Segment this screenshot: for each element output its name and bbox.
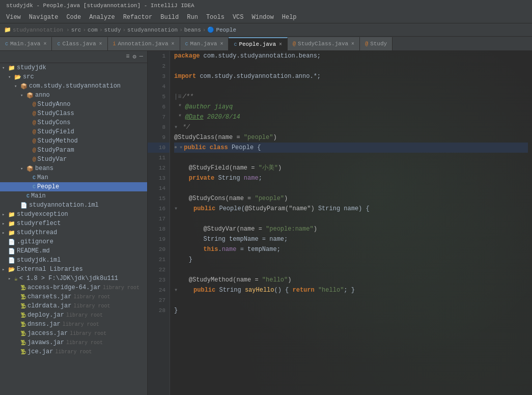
tree-src[interactable]: ▾ 📂 src: [0, 72, 147, 81]
jar-icon-access: 🗜: [20, 285, 26, 291]
fold-triangle-10[interactable]: ▾: [179, 143, 183, 153]
sidebar-icon-expand[interactable]: ≡: [126, 53, 129, 61]
tab-man-close[interactable]: ×: [220, 41, 223, 47]
tree-label-main: Main: [31, 192, 46, 200]
code-line-9[interactable]: @StudyClass(name = "people"): [174, 132, 528, 143]
tab-annotation-close[interactable]: ×: [172, 41, 175, 47]
tree-studyparam[interactable]: @ StudyParam: [0, 146, 147, 155]
code-line-5[interactable]: |≡ /**: [174, 92, 528, 102]
code-line-10[interactable]: ● ▾ public class People {: [174, 143, 528, 153]
tree-studyexception[interactable]: ▸ 📁 studyexception: [0, 210, 147, 219]
menu-window[interactable]: Window: [248, 13, 278, 22]
tree-iml[interactable]: 📄 studyannotation.iml: [0, 201, 147, 210]
tab-main-close[interactable]: ×: [43, 41, 46, 47]
tree-studyjdk-iml[interactable]: 📄 studyjdk.iml: [0, 256, 147, 265]
code-line-7[interactable]: * @Date 2020/8/14: [174, 112, 528, 122]
line-num-20: 20: [148, 244, 170, 255]
code-line-16[interactable]: ▾ public People(@StudyParam("name") Stri…: [174, 204, 528, 214]
menu-build[interactable]: Build: [156, 13, 183, 22]
tree-studyreflect[interactable]: ▸ 📁 studyreflect: [0, 219, 147, 228]
menu-run[interactable]: Run: [183, 13, 202, 22]
tab-class-close[interactable]: ×: [99, 41, 102, 47]
tab-man[interactable]: c Man.java ×: [180, 37, 229, 50]
fold-btn-24[interactable]: ▾: [174, 285, 178, 295]
menu-refactor[interactable]: Refactor: [119, 13, 157, 22]
tree-jar-javaws[interactable]: 🗜 javaws.jar library root: [0, 338, 147, 347]
menu-code[interactable]: Code: [62, 13, 85, 22]
menu-bar[interactable]: View Navigate Code Analyze Refactor Buil…: [0, 11, 532, 23]
tree-studyjdk[interactable]: ▾ 📁 studyjdk: [0, 63, 147, 72]
code-line-13[interactable]: private String name;: [174, 173, 528, 183]
tree-label-studyjdk-iml: studyjdk.iml: [17, 257, 61, 264]
tree-jar-cldrdata[interactable]: 🗜 cldrdata.jar library root: [0, 301, 147, 311]
tree-com-study[interactable]: ▾ 📦 com.study.studyannotation: [0, 81, 147, 91]
line-num-2: 2: [148, 61, 170, 71]
tree-jdk[interactable]: ▸ ☕ < 1.8 > F:\JDK\jdk\jdk8u111: [0, 274, 147, 283]
tab-annotation[interactable]: i Annotation.java ×: [108, 37, 180, 50]
tree-jar-jaccess[interactable]: 🗜 jaccess.jar library root: [0, 329, 147, 338]
tree-label-jar-javaws-sub: library root: [66, 340, 103, 346]
code-line-12[interactable]: @StudyField(name = "小美"): [174, 163, 528, 173]
menu-tools[interactable]: Tools: [202, 13, 229, 22]
fold-btn-16[interactable]: ▾: [174, 204, 178, 214]
project-tree[interactable]: ≡ ⚙ — ▾ 📁 studyjdk ▾ 📂 src ▾ 📦 com.study…: [0, 51, 148, 395]
fold-btn-8[interactable]: ▾: [174, 122, 178, 132]
menu-view[interactable]: View: [2, 13, 25, 22]
fold-btn-10[interactable]: ●: [174, 143, 177, 153]
code-line-19[interactable]: String tempName = name;: [174, 234, 528, 244]
tab-class[interactable]: c Class.java ×: [52, 37, 107, 50]
tree-jar-dnsns[interactable]: 🗜 dnsns.jar library root: [0, 320, 147, 329]
tree-main-class[interactable]: C Main: [0, 191, 147, 201]
code-area[interactable]: 1 2 3 4 5 6 7 8 9 10 11 12 13 14 15 16 1…: [148, 51, 532, 395]
tree-studyvar[interactable]: @ StudyVar: [0, 155, 147, 164]
code-line-24[interactable]: ▾ public String sayHello() { return "hel…: [174, 285, 528, 295]
main-layout: ≡ ⚙ — ▾ 📁 studyjdk ▾ 📂 src ▾ 📦 com.study…: [0, 51, 532, 395]
code-line-20[interactable]: this.name = tempName;: [174, 244, 528, 255]
tree-studythread[interactable]: ▸ 📁 studythread: [0, 228, 147, 237]
tab-studyclass-close[interactable]: ×: [351, 41, 354, 47]
menu-help[interactable]: Help: [278, 13, 301, 22]
menu-navigate[interactable]: Navigate: [25, 13, 63, 22]
tree-studyclass-anno[interactable]: @ StudyClass: [0, 109, 147, 118]
tree-gitignore[interactable]: 📄 .gitignore: [0, 237, 147, 246]
tree-studyfield[interactable]: @ StudyField: [0, 127, 147, 136]
tree-studyanno[interactable]: @ StudyAnno: [0, 100, 147, 109]
code-line-4: [174, 81, 528, 92]
code-line-15[interactable]: @StudyCons(name = "people"): [174, 193, 528, 204]
tab-study[interactable]: @ Study: [360, 37, 393, 50]
tab-studyclass-icon: @: [293, 41, 296, 47]
code-line-1[interactable]: package com.study.studyannotation.beans;: [174, 51, 528, 61]
tree-man[interactable]: C Man: [0, 173, 147, 182]
tab-main[interactable]: c Main.java ×: [0, 37, 52, 50]
breadcrumb-part[interactable]: 📁: [4, 26, 11, 33]
code-line-3[interactable]: import com.study.studyannotation.anno.*;: [174, 71, 528, 81]
tree-studymethod[interactable]: @ StudyMethod: [0, 136, 147, 146]
code-line-18[interactable]: @StudyVar(name = "people:name"): [174, 224, 528, 234]
menu-analyze[interactable]: Analyze: [85, 13, 119, 22]
tree-anno[interactable]: ▾ 📦 anno: [0, 91, 147, 100]
sidebar-icon-minimize[interactable]: —: [139, 53, 143, 61]
code-line-23[interactable]: @StudyMethod(name = "hello"): [174, 275, 528, 285]
tab-studyclass[interactable]: @ StudyClass.java ×: [288, 37, 360, 50]
tab-people[interactable]: c People.java ×: [229, 37, 288, 50]
tree-jar-jce[interactable]: 🗜 jce.jar library root: [0, 347, 147, 356]
tree-external-libs[interactable]: ▸ 📂 External Libraries: [0, 265, 147, 274]
tree-jar-access[interactable]: 🗜 access-bridge-64.jar library root: [0, 283, 147, 292]
code-line-8[interactable]: ▾ */: [174, 122, 528, 132]
code-line-6[interactable]: * @author jiayq: [174, 102, 528, 112]
code-line-28[interactable]: }: [174, 305, 528, 316]
class-icon-man: C: [33, 175, 36, 181]
tree-readme[interactable]: 📄 README.md: [0, 246, 147, 256]
tab-people-close[interactable]: ×: [279, 42, 282, 47]
tree-studycons[interactable]: @ StudyCons: [0, 118, 147, 127]
tree-jar-charsets[interactable]: 🗜 charsets.jar library root: [0, 292, 147, 301]
menu-vcs[interactable]: VCS: [229, 13, 248, 22]
code-editor[interactable]: 1 2 3 4 5 6 7 8 9 10 11 12 13 14 15 16 1…: [148, 51, 532, 395]
tree-people[interactable]: C People: [0, 182, 147, 191]
tree-beans[interactable]: ▾ 📦 beans: [0, 164, 147, 173]
fold-btn-5[interactable]: |≡: [174, 92, 181, 102]
sidebar-icon-settings[interactable]: ⚙: [133, 53, 136, 61]
tree-jar-deploy[interactable]: 🗜 deploy.jar library root: [0, 311, 147, 320]
code-line-21[interactable]: }: [174, 255, 528, 265]
code-content[interactable]: package com.study.studyannotation.beans;…: [170, 51, 532, 395]
